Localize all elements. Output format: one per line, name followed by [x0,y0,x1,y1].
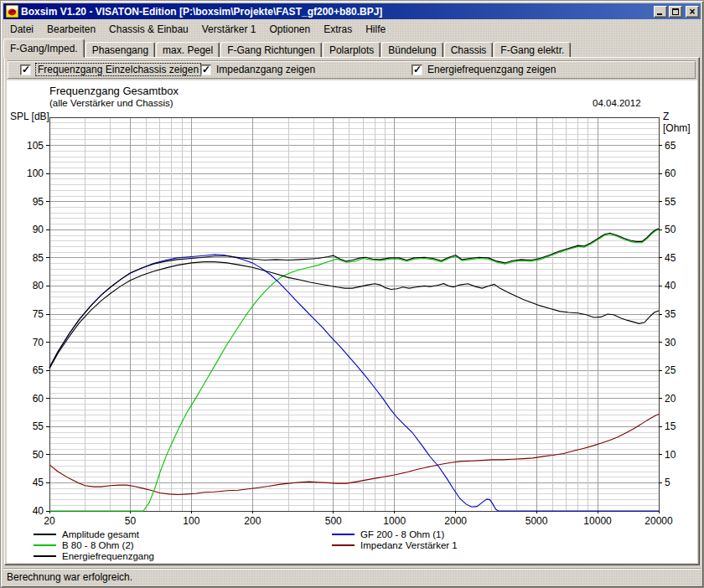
frequency-response-plot: 4045505560657075808590951001055101520253… [7,80,697,563]
legend-line-swatch [332,544,355,546]
svg-text:80: 80 [33,280,44,291]
status-bar: Berechnung war erfolgreich. [3,568,701,585]
window-title: Boxsim V1.20 - VISATON-Edition [P:\boxsi… [21,6,652,18]
checkbox-impedanzgang-label: Impedanzgang zeigen [216,64,315,75]
minimize-button[interactable] [654,6,667,18]
menu-bearbeiten[interactable]: Bearbeiten [40,22,102,37]
svg-text:500: 500 [325,515,342,527]
svg-text:20000: 20000 [644,515,673,527]
legend-energiefrequenzgang: Energiefrequenzgang [34,551,154,561]
legend-line-swatch [332,534,355,535]
checkbox-einzelchassis[interactable]: ✓ Frequenzgang Einzelchassis zeigen [20,64,200,75]
checkbox-icon: ✓ [20,64,31,75]
checkbox-icon: ✓ [412,64,422,75]
svg-text:35: 35 [665,308,676,320]
svg-text:85: 85 [33,252,44,264]
close-button[interactable]: × [686,6,699,18]
svg-text:10: 10 [665,449,676,461]
legend-line-swatch [34,555,56,557]
tab-buendelung[interactable]: Bündelung [381,42,443,58]
tab-page: ✓ Frequenzgang Einzelchassis zeigen ✓ Im… [4,57,700,565]
tab-f-gang-imped[interactable]: F-Gang/Imped. [3,39,85,58]
menu-hilfe[interactable]: Hilfe [359,22,392,37]
checkbox-energiefrequenzgang-label: Energiefrequenzgang zeigen [427,64,556,75]
svg-text:90: 90 [33,224,44,235]
maximize-icon [672,8,679,15]
svg-text:100: 100 [183,515,199,527]
svg-text:65: 65 [33,364,44,376]
svg-text:45: 45 [665,252,676,264]
svg-text:60: 60 [33,393,44,405]
menu-chassis-einbau[interactable]: Chassis & Einbau [102,22,195,37]
menu-optionen[interactable]: Optionen [262,22,317,37]
tab-f-gang-richtungen[interactable]: F-Gang Richtungen [220,42,322,58]
checkbox-impedanzgang[interactable]: ✓ Impedanzgang zeigen [200,64,315,75]
close-icon: × [686,6,698,18]
checkbox-energiefrequenzgang[interactable]: ✓ Energiefrequenzgang zeigen [412,64,556,75]
svg-text:100: 100 [27,168,44,179]
checkbox-panel: ✓ Frequenzgang Einzelchassis zeigen ✓ Im… [8,61,696,79]
chart-area: Frequenzgang Gesamtbox (alle Verstärker … [7,80,697,563]
app-icon [6,5,18,18]
tab-max-pegel[interactable]: max. Pegel [156,42,220,58]
tab-phasengang[interactable]: Phasengang [85,42,155,58]
legend-gf200: GF 200 - 8 Ohm (1) [332,529,444,539]
svg-text:55: 55 [665,196,676,208]
svg-text:105: 105 [27,140,44,152]
status-text: Berechnung war erfolgreich. [7,571,132,583]
svg-text:15: 15 [665,420,676,432]
svg-text:20: 20 [665,393,676,405]
tab-polarplots[interactable]: Polarplots [323,42,380,58]
svg-text:65: 65 [665,140,676,152]
menu-extras[interactable]: Extras [317,22,359,37]
svg-text:45: 45 [33,477,44,488]
svg-text:55: 55 [33,420,44,432]
title-bar: Boxsim V1.20 - VISATON-Edition [P:\boxsi… [3,3,701,19]
menu-datei[interactable]: Datei [3,22,40,37]
tab-f-gang-elektr[interactable]: F-Gang elektr. [494,42,571,58]
svg-text:50: 50 [665,224,676,235]
minimize-icon [657,13,662,15]
checkbox-icon: ✓ [200,64,211,75]
svg-text:40: 40 [665,280,676,291]
svg-text:50: 50 [33,449,44,461]
tab-chassis[interactable]: Chassis [444,42,494,58]
tab-strip: F-Gang/Imped. Phasengang max. Pegel F-Ga… [5,39,699,58]
svg-text:60: 60 [665,168,676,179]
legend-b80: B 80 - 8 Ohm (2) [34,540,134,550]
menu-verstaerker-1[interactable]: Verstärker 1 [195,22,263,37]
svg-text:2000: 2000 [444,515,467,527]
svg-text:25: 25 [665,364,676,376]
svg-text:70: 70 [33,337,44,348]
legend-line-swatch [34,544,56,546]
svg-text:5000: 5000 [525,515,548,527]
svg-text:75: 75 [33,308,44,320]
svg-text:10000: 10000 [583,515,612,527]
svg-text:1000: 1000 [383,515,406,527]
checkbox-einzelchassis-label: Frequenzgang Einzelchassis zeigen [36,64,200,75]
menu-bar: Datei Bearbeiten Chassis & Einbau Verstä… [3,21,701,37]
maximize-button[interactable] [669,6,682,18]
legend-line-swatch [34,534,56,535]
svg-text:30: 30 [665,337,676,348]
legend-amplitude-gesamt: Amplitude gesamt [34,529,139,539]
legend-impedanz: Impedanz Verstärker 1 [332,540,458,550]
svg-text:200: 200 [244,515,261,527]
app-window: Boxsim V1.20 - VISATON-Edition [P:\boxsi… [0,0,704,588]
svg-text:40: 40 [33,505,44,517]
svg-text:95: 95 [33,196,44,208]
svg-text:20: 20 [44,515,55,527]
svg-text:5: 5 [665,477,670,488]
svg-text:50: 50 [125,515,137,527]
